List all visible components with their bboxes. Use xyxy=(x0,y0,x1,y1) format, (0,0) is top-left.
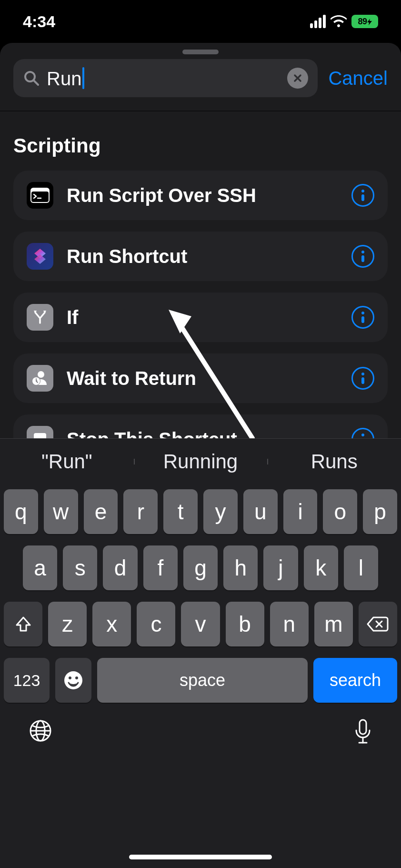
svg-point-17 xyxy=(361,434,364,436)
svg-rect-10 xyxy=(361,316,364,323)
emoji-icon xyxy=(63,670,83,690)
key-u[interactable]: u xyxy=(243,489,278,534)
keyboard-row: q w e r t y u i o p xyxy=(4,489,397,534)
key-t[interactable]: t xyxy=(163,489,198,534)
info-icon xyxy=(358,311,368,324)
svg-point-7 xyxy=(361,251,364,253)
key-d[interactable]: d xyxy=(103,545,137,590)
shortcuts-app-icon xyxy=(27,243,53,270)
info-button[interactable] xyxy=(351,367,374,390)
key-c[interactable]: c xyxy=(137,602,175,646)
key-m[interactable]: m xyxy=(314,602,353,646)
close-icon xyxy=(293,73,302,83)
action-if[interactable]: If xyxy=(13,293,388,342)
search-icon xyxy=(23,70,40,87)
key-x[interactable]: x xyxy=(92,602,131,646)
backspace-icon xyxy=(367,616,389,632)
key-n[interactable]: n xyxy=(270,602,309,646)
action-wait-to-return[interactable]: Wait to Return xyxy=(13,353,388,403)
action-label: If xyxy=(67,307,338,328)
key-l[interactable]: l xyxy=(344,545,378,590)
key-j[interactable]: j xyxy=(263,545,298,590)
home-indicator[interactable] xyxy=(129,855,272,859)
action-run-shortcut[interactable]: Run Shortcut xyxy=(13,232,388,281)
svg-rect-27 xyxy=(360,720,366,734)
key-v[interactable]: v xyxy=(181,602,220,646)
action-label: Wait to Return xyxy=(67,368,338,389)
action-picker-sheet: Run Cancel Scripting Run Script Over SSH xyxy=(0,43,401,868)
svg-line-1 xyxy=(34,81,38,85)
suggestion[interactable]: "Run" xyxy=(0,450,134,473)
battery-icon: 89 xyxy=(351,15,378,28)
svg-rect-15 xyxy=(361,377,364,384)
search-input-value: Run xyxy=(47,67,84,90)
key-a[interactable]: a xyxy=(23,545,57,590)
svg-point-9 xyxy=(361,312,364,314)
section-title: Scripting xyxy=(13,134,388,157)
sheet-grabber[interactable] xyxy=(182,50,219,54)
keyboard-suggestions: "Run" Running Runs xyxy=(0,439,401,484)
svg-point-22 xyxy=(69,676,71,679)
keyboard-row: a s d f g h j k l xyxy=(4,545,397,590)
info-icon xyxy=(358,250,368,263)
cellular-icon xyxy=(310,15,326,28)
globe-icon[interactable] xyxy=(29,719,52,743)
status-time: 4:34 xyxy=(23,12,55,31)
key-o[interactable]: o xyxy=(323,489,357,534)
cancel-button[interactable]: Cancel xyxy=(328,68,388,89)
info-icon xyxy=(358,189,368,202)
key-b[interactable]: b xyxy=(226,602,264,646)
shift-icon xyxy=(14,615,33,634)
suggestion[interactable]: Runs xyxy=(267,450,401,473)
branch-icon xyxy=(27,304,53,331)
keyboard-bottom-row: 123 space search xyxy=(0,658,401,703)
svg-point-23 xyxy=(75,676,78,679)
key-g[interactable]: g xyxy=(183,545,218,590)
info-icon xyxy=(358,372,368,385)
key-h[interactable]: h xyxy=(223,545,258,590)
info-button[interactable] xyxy=(351,184,374,207)
key-e[interactable]: e xyxy=(84,489,118,534)
svg-rect-8 xyxy=(361,255,364,262)
search-key[interactable]: search xyxy=(313,658,397,703)
svg-point-5 xyxy=(361,190,364,192)
svg-rect-6 xyxy=(361,194,364,201)
key-p[interactable]: p xyxy=(363,489,397,534)
action-run-script-over-ssh[interactable]: Run Script Over SSH xyxy=(13,171,388,220)
emoji-key[interactable] xyxy=(55,658,91,703)
space-key[interactable]: space xyxy=(97,658,308,703)
key-i[interactable]: i xyxy=(283,489,318,534)
action-label: Run Shortcut xyxy=(67,246,338,267)
status-bar: 4:34 89 xyxy=(0,0,401,43)
key-y[interactable]: y xyxy=(203,489,238,534)
key-k[interactable]: k xyxy=(304,545,338,590)
key-s[interactable]: s xyxy=(63,545,97,590)
shift-key[interactable] xyxy=(4,602,42,646)
backspace-key[interactable] xyxy=(359,602,397,646)
key-f[interactable]: f xyxy=(143,545,178,590)
numbers-key[interactable]: 123 xyxy=(4,658,50,703)
person-clock-icon xyxy=(27,365,53,392)
wifi-icon xyxy=(331,15,347,28)
key-w[interactable]: w xyxy=(44,489,78,534)
search-input[interactable]: Run xyxy=(13,59,318,97)
key-r[interactable]: r xyxy=(123,489,158,534)
svg-point-14 xyxy=(361,373,364,375)
search-row: Run Cancel xyxy=(0,59,401,111)
status-right: 89 xyxy=(310,15,378,28)
clear-button[interactable] xyxy=(287,68,308,89)
suggestion[interactable]: Running xyxy=(134,450,268,473)
key-q[interactable]: q xyxy=(4,489,38,534)
dictation-icon[interactable] xyxy=(353,719,372,746)
info-button[interactable] xyxy=(351,245,374,268)
keyboard-footer xyxy=(0,703,401,868)
keyboard: "Run" Running Runs q w e r t y u i o p a… xyxy=(0,438,401,868)
svg-rect-3 xyxy=(31,192,49,202)
keyboard-row: z x c v b n m xyxy=(4,602,397,646)
results: Scripting Run Script Over SSH Run Shortc… xyxy=(0,111,401,464)
info-button[interactable] xyxy=(351,306,374,329)
svg-point-11 xyxy=(38,371,44,378)
key-z[interactable]: z xyxy=(48,602,87,646)
action-list: Run Script Over SSH Run Shortcut If xyxy=(13,171,388,464)
terminal-icon xyxy=(27,182,53,209)
